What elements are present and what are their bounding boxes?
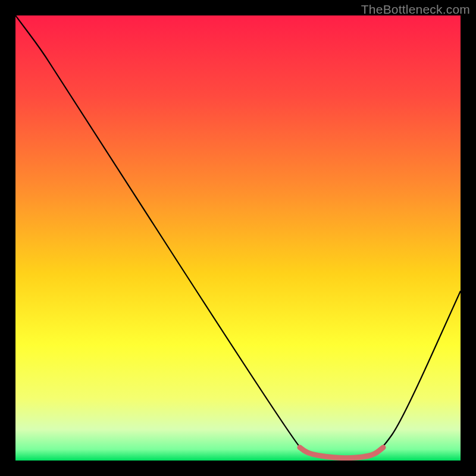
watermark-text: TheBottleneck.com [361,2,470,17]
bottleneck-chart [15,15,461,461]
gradient-background [15,15,461,461]
chart-frame [15,15,461,461]
